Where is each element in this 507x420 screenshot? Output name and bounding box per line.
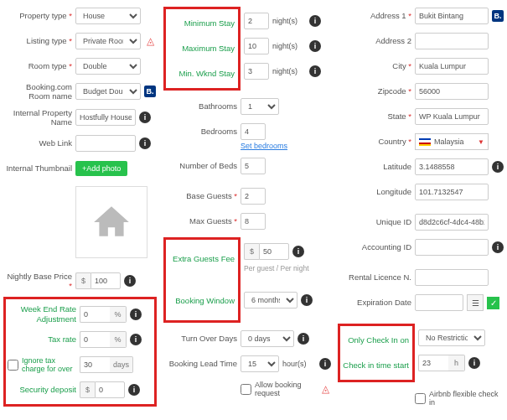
base-guests-label: Base Guests	[163, 191, 237, 200]
info-icon[interactable]: i	[301, 294, 313, 306]
max-stay-input[interactable]	[244, 38, 269, 54]
info-icon[interactable]: i	[309, 65, 321, 77]
addr1-label: Address 1	[338, 11, 411, 20]
check-icon[interactable]: ✓	[487, 297, 499, 309]
room-type-label: Room type	[3, 61, 72, 70]
base-guests-input[interactable]	[241, 188, 266, 205]
lead-time-label: Booking Lead Time	[163, 359, 237, 368]
max-guests-label: Max Guests	[163, 216, 237, 226]
zip-input[interactable]	[415, 83, 489, 100]
currency-prefix: $	[75, 272, 91, 289]
info-icon[interactable]: i	[130, 334, 142, 345]
addr1-input[interactable]	[415, 8, 489, 24]
max-guests-input[interactable]	[241, 213, 266, 230]
info-icon[interactable]: i	[297, 333, 309, 345]
flexible-checkin-checkbox[interactable]	[415, 393, 426, 404]
info-icon[interactable]: i	[292, 246, 304, 257]
weblink-input[interactable]	[75, 135, 136, 152]
info-icon[interactable]: i	[309, 40, 321, 52]
city-label: City	[338, 61, 411, 70]
bedrooms-input	[241, 123, 266, 140]
info-icon[interactable]: i	[124, 275, 136, 287]
internal-name-label: Internal Property Name	[3, 108, 72, 127]
extra-fee-label: Extra Guests Fee	[168, 254, 235, 263]
country-label: Country	[338, 137, 411, 146]
checkin-start-input[interactable]	[418, 355, 448, 371]
exp-label: Expiration Date	[338, 298, 411, 307]
only-checkin-select[interactable]: No Restrictions	[418, 329, 485, 346]
addr2-input[interactable]	[415, 33, 489, 49]
booking-name-select[interactable]: Budget Double Rc	[75, 83, 141, 100]
licence-input[interactable]	[415, 269, 489, 286]
property-type-label: Property type	[3, 11, 72, 20]
deposit-input[interactable]	[95, 381, 125, 398]
room-type-select[interactable]: Double	[75, 58, 141, 75]
weekend-rate-input[interactable]	[80, 306, 110, 323]
ignore-tax-checkbox[interactable]	[8, 360, 18, 371]
highlight-box-stay: Minimum Stay Maximum Stay Min. Wknd Stay	[163, 7, 241, 91]
chevron-down-icon[interactable]: ▼	[478, 138, 484, 146]
property-type-select[interactable]: House	[75, 8, 141, 24]
allow-booking-checkbox[interactable]	[241, 384, 251, 395]
addr2-label: Address 2	[338, 36, 411, 45]
acct-input[interactable]	[415, 239, 489, 256]
extra-fee-input[interactable]	[259, 243, 289, 260]
calendar-icon[interactable]: ☰	[467, 294, 484, 311]
uid-input	[415, 214, 489, 231]
country-value[interactable]: Malaysia	[434, 137, 474, 146]
set-bedrooms-link[interactable]: Set bedrooms	[241, 142, 287, 150]
info-icon[interactable]: i	[139, 111, 151, 123]
tax-rate-input[interactable]	[80, 331, 110, 348]
bookingcom-icon: B.	[144, 86, 156, 97]
info-icon[interactable]: i	[309, 15, 321, 27]
info-icon[interactable]: i	[139, 137, 151, 149]
num-beds-label: Number of Beds	[163, 161, 237, 170]
info-icon[interactable]: i	[130, 309, 142, 320]
add-photo-button[interactable]: +Add photo	[75, 161, 127, 176]
lead-time-select[interactable]: 15	[241, 355, 279, 372]
base-price-input[interactable]	[91, 272, 121, 289]
booking-window-label: Booking Window	[168, 296, 235, 305]
currency-prefix: $	[244, 243, 259, 260]
info-icon[interactable]: i	[468, 357, 480, 369]
min-stay-input[interactable]	[244, 13, 269, 29]
hour-suffix: h	[448, 355, 465, 371]
exp-input[interactable]	[415, 294, 463, 311]
checkin-start-label: Check in time start	[342, 360, 409, 370]
hours-unit: hour(s)	[282, 360, 316, 368]
info-icon[interactable]: i	[492, 241, 504, 253]
city-input[interactable]	[415, 58, 489, 75]
highlight-box-checkin: Only Check In on Check in time start	[338, 324, 415, 382]
num-beds-input	[241, 158, 266, 174]
extra-fee-sub: Per guest / Per night	[244, 264, 313, 272]
days-suffix: days	[110, 356, 133, 373]
bookingcom-icon: B.	[492, 10, 504, 22]
bathrooms-select[interactable]: 1	[241, 98, 279, 115]
highlight-box-booking: Extra Guests Fee Booking Window	[163, 237, 241, 323]
booking-window-select[interactable]: 6 months	[244, 292, 297, 309]
lon-input[interactable]	[415, 184, 489, 200]
info-icon[interactable]: i	[128, 384, 140, 396]
min-wknd-input[interactable]	[244, 63, 269, 80]
licence-label: Rental Licence N.	[338, 272, 411, 282]
max-stay-label: Maximum Stay	[168, 44, 235, 53]
airbnb-icon: ◬	[321, 383, 331, 395]
highlight-box-pricing: Week End Rate Adjustment%i Tax rate%i Ig…	[3, 297, 157, 407]
lat-input[interactable]	[415, 158, 489, 175]
internal-name-input[interactable]	[75, 109, 136, 126]
ignore-tax-days-input[interactable]	[80, 356, 110, 373]
bedrooms-label: Bedrooms	[163, 127, 237, 136]
info-icon[interactable]: i	[319, 358, 331, 370]
zip-label: Zipcode	[338, 86, 411, 96]
thumbnail-preview	[75, 186, 147, 258]
tax-rate-label: Tax rate	[8, 334, 76, 344]
turnover-select[interactable]: 0 days	[241, 330, 294, 347]
state-input[interactable]	[415, 108, 489, 125]
uid-label: Unique ID	[338, 217, 411, 226]
min-wknd-label: Min. Wknd Stay	[168, 69, 235, 78]
weekend-rate-label: Week End Rate Adjustment	[8, 304, 76, 324]
allow-booking-label: Allow booking request	[255, 381, 318, 397]
info-icon[interactable]: i	[492, 161, 504, 173]
listing-type-select[interactable]: Private Room	[75, 33, 141, 49]
weblink-label: Web Link	[3, 138, 72, 148]
